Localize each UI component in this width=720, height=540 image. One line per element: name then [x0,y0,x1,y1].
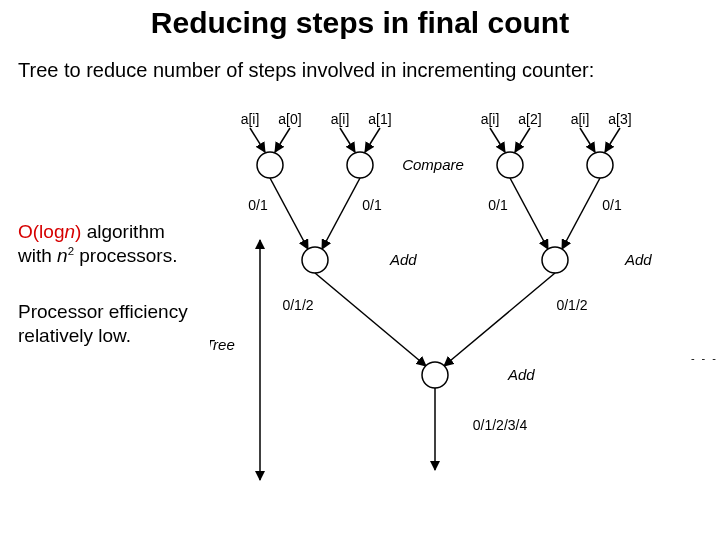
tree-diagram: a[i] a[0] a[i] a[1] a[i] a[2] a[i] a[3] [210,110,720,530]
input-arrows [250,128,620,152]
lbl-01234: 0/1/2/3/4 [473,417,528,433]
svg-line-3 [365,128,380,152]
svg-text:0/1: 0/1 [602,197,622,213]
lbl-ai-0: a[i] [241,111,260,127]
svg-text:0/1: 0/1 [248,197,268,213]
lbl-a1: a[1] [368,111,391,127]
lbl-ai-1: a[i] [331,111,350,127]
svg-line-14 [510,178,548,249]
svg-line-0 [250,128,265,152]
svg-point-9 [347,152,373,178]
bigO-n: n [64,221,75,242]
lbl-ai-3: a[i] [571,111,590,127]
algo-word: algorithm [81,221,164,242]
lbl-add-1: Add [389,251,417,268]
eff-line2: relatively low. [18,325,131,346]
complexity-note: O(logn) algorithm with n2 processors. [18,220,218,268]
svg-text:0/1: 0/1 [362,197,382,213]
svg-point-10 [497,152,523,178]
eff-line1: Processor efficiency [18,301,188,322]
svg-point-20 [302,247,328,273]
lbl-a0: a[0] [278,111,301,127]
efficiency-note: Processor efficiency relatively low. [18,300,218,348]
svg-line-4 [490,128,505,152]
svg-text:0/1/2: 0/1/2 [282,297,313,313]
proc-word: processors. [74,245,177,266]
add-nodes-1 [302,247,568,273]
svg-line-12 [270,178,308,249]
svg-line-2 [340,128,355,152]
bigO-open: O(log [18,221,64,242]
svg-line-5 [515,128,530,152]
slide-title: Reducing steps in final count [0,6,720,40]
svg-line-6 [580,128,595,152]
lbl-add-2: Add [624,251,652,268]
labels-012: 0/1/2 0/1/2 [282,297,587,313]
svg-line-23 [444,273,555,366]
svg-text:0/1: 0/1 [488,197,508,213]
with-word: with [18,245,57,266]
svg-line-15 [562,178,600,249]
svg-point-8 [257,152,283,178]
lbl-add-3: Add [507,366,535,383]
labels-01: 0/1 0/1 0/1 0/1 [248,197,622,213]
svg-line-7 [605,128,620,152]
slide-subtitle: Tree to reduce number of steps involved … [18,58,618,83]
lbl-ai-2: a[i] [481,111,500,127]
lbl-a2: a[2] [518,111,541,127]
svg-point-26 [422,362,448,388]
svg-line-13 [322,178,360,249]
svg-point-11 [587,152,613,178]
top-labels: a[i] a[0] a[i] a[1] a[i] a[2] a[i] a[3] [241,111,632,127]
svg-point-21 [542,247,568,273]
arrows-l1 [270,178,600,249]
svg-line-22 [315,273,426,366]
svg-text:0/1/2: 0/1/2 [556,297,587,313]
lbl-a3: a[3] [608,111,631,127]
svg-line-1 [275,128,290,152]
lbl-compare: Compare [402,156,464,173]
n-var: n [57,245,68,266]
arrows-l2 [315,273,555,366]
add-node-final [422,362,448,388]
lbl-tree: Tree [210,336,235,353]
